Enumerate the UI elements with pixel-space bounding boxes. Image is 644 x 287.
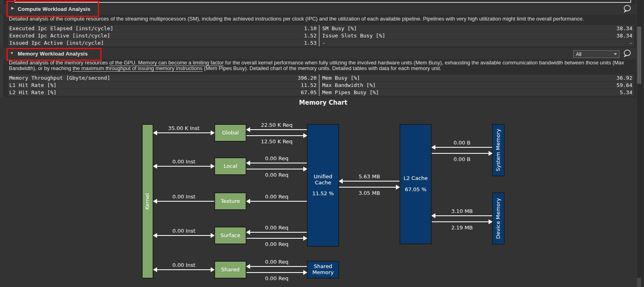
texture-node-label: Texture: [221, 198, 240, 204]
arrow-label: 3.10 MB: [432, 208, 492, 214]
kernel-texture-arrow: [153, 201, 214, 202]
filter-dropdown[interactable]: All: [573, 50, 619, 58]
global-unified-in-arrow: [246, 129, 307, 130]
arrow-label: 0.00 Inst: [153, 262, 214, 268]
table-row[interactable]: Executed Ipc Active [inst/cycle] 1.52 Is…: [8, 32, 634, 39]
arrow-label: 12.50 K Req: [246, 138, 307, 145]
description-text: Detailed analysis of the memory resource…: [9, 60, 109, 66]
description-underlined-text: the maximum throughput of issuing memory…: [72, 65, 202, 72]
l2-devmem-out-arrow: [432, 221, 492, 222]
global-node: Global: [214, 124, 246, 142]
kernel-node: Kernel: [142, 124, 153, 279]
l2-sysmem-in-arrow: [432, 147, 492, 148]
cutoff-border-bottom: [15, 2, 631, 3]
surface-node-label: Surface: [220, 233, 240, 239]
local-node: Local: [214, 157, 246, 175]
metric-value: 38.34: [8, 32, 632, 39]
arrow-label: 0.00 Inst: [153, 228, 214, 234]
l2-cache-hit-rate: 67.05 %: [405, 187, 427, 193]
unified-cache-node: Unified Cache 11.52 %: [307, 124, 339, 247]
arrow-label: 5.63 MB: [339, 173, 400, 180]
arrow-label: 0.00 Req: [246, 225, 307, 231]
chevron-down-icon: [614, 53, 617, 55]
kernel-global-arrow: [153, 132, 214, 133]
table-column-divider: [319, 74, 319, 96]
shared-sharedmem-out-arrow: [246, 272, 307, 273]
device-memory-node-label: Device Memory: [495, 198, 501, 239]
global-node-label: Global: [222, 130, 238, 136]
arrow-label: 0.00 Req: [246, 194, 307, 200]
memory-chart-title: Memory Chart: [142, 99, 505, 106]
system-memory-node-label: System Memory: [495, 129, 501, 171]
shared-node: Shared: [214, 261, 246, 279]
memory-metric-table: Memory Throughput [Gbyte/second] 396.20 …: [8, 74, 634, 96]
description-text: (Mem Pipes Busy). Detailed chart of the …: [203, 65, 441, 71]
arrow-label: 0.00 B: [432, 140, 492, 146]
table-row[interactable]: Issued Ipc Active [inst/cycle] 1.53 - -: [8, 39, 634, 46]
scrollbar-thumb[interactable]: [637, 27, 641, 84]
unified-l2-out-arrow: [339, 187, 400, 188]
arrow-label: 0.00 Inst: [153, 194, 214, 200]
compute-metric-table: Executed Ipc Elapsed [inst/cycle] 1.10 S…: [8, 25, 634, 47]
filter-dropdown-value: All: [574, 52, 614, 57]
l2-cache-node: L2 Cache 67.05 %: [400, 124, 432, 244]
profiler-report-page: ▶ Compute Workload Analysis Detailed ana…: [0, 0, 644, 287]
kernel-node-label: Kernel: [145, 193, 151, 210]
arrow-label: 0.00 Req: [246, 275, 307, 281]
shared-memory-node: Shared Memory: [307, 261, 339, 279]
scrollbar-thumb-secondary[interactable]: [637, 278, 641, 287]
cutoff-border-right: [630, 0, 631, 3]
arrow-label: 3.05 MB: [339, 190, 400, 196]
comment-bubble-icon[interactable]: [623, 5, 632, 13]
local-unified-out-arrow: [246, 169, 307, 169]
compute-section-description: Detailed analysis of the compute resourc…: [9, 16, 632, 22]
unified-l2-in-arrow: [339, 181, 400, 182]
unified-cache-hit-rate: 11.52 %: [312, 191, 334, 197]
arrow-label: 35.00 K Inst: [153, 125, 214, 131]
memory-section-description: Detailed analysis of the memory resource…: [9, 60, 632, 71]
arrow-label: 0.00 Inst: [153, 159, 214, 165]
kernel-shared-arrow: [153, 269, 214, 270]
texture-node: Texture: [214, 192, 246, 210]
global-unified-out-arrow: [246, 135, 307, 136]
shared-sharedmem-in-arrow: [246, 266, 307, 267]
table-row[interactable]: L2 Hit Rate [%] 67.05 Mem Pipes Busy [%]…: [8, 89, 634, 96]
table-row[interactable]: Executed Ipc Elapsed [inst/cycle] 1.10 S…: [8, 25, 634, 32]
table-row[interactable]: Memory Throughput [Gbyte/second] 396.20 …: [8, 74, 634, 81]
arrow-label: 0.00 Req: [246, 241, 307, 247]
arrow-label: 0.00 B: [432, 156, 492, 162]
arrow-label: 22.50 K Req: [246, 122, 307, 128]
metric-value: 36.92: [8, 74, 632, 81]
local-node-label: Local: [224, 163, 237, 169]
metric-value: -: [8, 39, 632, 46]
surface-unified-in-arrow: [246, 232, 307, 233]
metric-value: 38.34: [8, 25, 632, 32]
l2-cache-node-label: L2 Cache: [404, 176, 428, 182]
table-row[interactable]: L1 Hit Rate [%] 11.52 Max Bandwidth [%] …: [8, 82, 634, 89]
metric-value: 5.34: [8, 89, 632, 96]
device-memory-node: Device Memory: [492, 192, 505, 245]
shared-node-label: Shared: [221, 267, 240, 273]
shared-memory-node-label: Shared Memory: [308, 264, 338, 276]
arrow-label: 0.00 Req: [246, 155, 307, 161]
comment-bubble-icon[interactable]: [623, 50, 632, 58]
kernel-surface-arrow: [153, 235, 214, 236]
local-unified-in-arrow: [246, 163, 307, 163]
arrow-label: 0.00 Req: [246, 259, 307, 265]
kernel-local-arrow: [153, 166, 214, 167]
annotation-rect-compute: [6, 1, 99, 17]
l2-devmem-in-arrow: [432, 215, 492, 216]
l2-sysmem-out-arrow: [432, 153, 492, 154]
arrow-label: 0.00 Req: [246, 172, 307, 178]
texture-unified-in-arrow: [246, 201, 307, 202]
surface-node: Surface: [214, 227, 246, 244]
system-memory-node: System Memory: [492, 124, 505, 176]
table-column-divider: [319, 25, 319, 46]
annotation-rect-memory: [6, 48, 101, 61]
surface-unified-out-arrow: [246, 238, 307, 239]
arrow-label: 2.19 MB: [432, 225, 492, 231]
metric-value: 59.64: [8, 82, 632, 89]
unified-cache-node-label: Unified Cache: [308, 174, 338, 186]
